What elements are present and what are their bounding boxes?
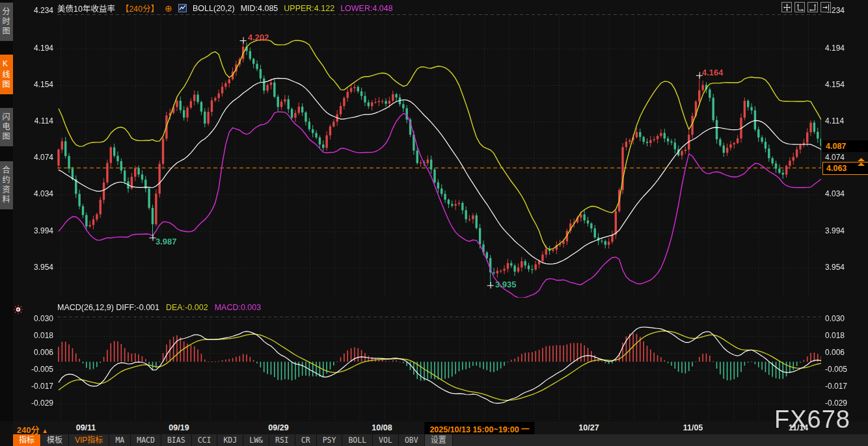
x-axis-date-label: 10/27 <box>578 423 599 432</box>
footer-item-15[interactable]: 设置 <box>425 434 453 446</box>
pan-icon[interactable] <box>781 2 792 12</box>
period-tag: 【240分】 <box>121 2 159 14</box>
collapse-right-icon[interactable] <box>821 2 831 12</box>
axis-scale-right-icon[interactable] <box>807 2 818 12</box>
footer-item-3[interactable]: MA <box>109 434 131 446</box>
footer-item-13[interactable]: VOL <box>373 434 399 446</box>
boll-lower-value: LOWER:4.048 <box>340 4 393 13</box>
price-axis-tick-right: 4.234 <box>825 6 865 15</box>
footer-item-0[interactable]: 指标 <box>13 434 41 446</box>
price-axis-tick-left: 3.954 <box>17 263 53 272</box>
watermark: FX678 <box>774 406 850 434</box>
alert-arrows-icon[interactable] <box>858 157 865 169</box>
chart-type-sidebar: 分时图 K线图 闪电图 合约资料 <box>0 0 13 421</box>
x-axis-date-label: 09/29 <box>268 423 288 432</box>
indicator-toolbar: 指标模板VIP指标MAMACDBIASCCIKDJLW&RSICRPSYBOLL… <box>13 434 868 446</box>
price-axis-tick-right: 3.954 <box>825 263 865 272</box>
sidebar-tab-flash-chart[interactable]: 闪电图 <box>0 108 13 146</box>
footer-item-9[interactable]: RSI <box>269 434 295 446</box>
footer-item-12[interactable]: BOLL <box>342 434 373 446</box>
footer-item-1[interactable]: 模板 <box>41 434 69 446</box>
footer-item-8[interactable]: LW& <box>243 434 269 446</box>
macd-axis-tick-left: -0.029 <box>17 399 53 408</box>
x-axis-date-label: 10/08 <box>372 423 392 432</box>
indicator-alarm-icon[interactable] <box>14 305 23 317</box>
x-axis-date-label: 11/05 <box>683 423 703 432</box>
macd-axis-tick-left: 0.018 <box>17 331 53 340</box>
trading-app-window: 分时图 K线图 闪电图 合约资料 美债10年收益率 【240分】 ⊕ BOLL(… <box>0 0 868 446</box>
chart-tool-icons <box>781 2 831 12</box>
low-marker-label: 3.935 <box>495 280 517 289</box>
price-axis-tick-right: 4.114 <box>825 116 865 125</box>
high-marker-label: 4.164 <box>702 68 724 77</box>
macd-axis-tick-left: -0.005 <box>17 365 53 374</box>
crosshair-datetime-box: 2025/10/13 15:00~19:00 一 <box>424 422 534 436</box>
macd-axis-tick-right: 0.030 <box>825 314 865 323</box>
footer-item-4[interactable]: MACD <box>131 434 161 446</box>
price-axis-tick-left: 4.074 <box>17 153 53 162</box>
footer-item-10[interactable]: CR <box>295 434 317 446</box>
boll-mid-value: MID:4.085 <box>241 4 278 13</box>
boll-upper-value: UPPER:4.122 <box>284 4 334 13</box>
price-axis-tick-left: 3.994 <box>17 226 53 235</box>
axis-scale-left-icon[interactable] <box>794 2 805 12</box>
macd-axis-tick-right: 0.018 <box>825 331 865 340</box>
boll-chart-icon <box>178 4 187 12</box>
chart-header-legend: 美债10年收益率 【240分】 ⊕ BOLL(20,2) MID:4.085 U… <box>57 2 393 14</box>
current-price-box: 4.087 <box>822 140 868 152</box>
macd-value: MACD:0.003 <box>215 303 262 312</box>
kline-macd-chart-canvas[interactable] <box>0 0 868 446</box>
price-axis-tick-left: 4.114 <box>17 116 53 125</box>
sidebar-tab-contract-info[interactable]: 合约资料 <box>0 161 13 209</box>
price-axis-tick-left: 4.234 <box>17 6 53 15</box>
footer-item-14[interactable]: OBV <box>399 434 425 446</box>
instrument-name: 美债10年收益率 <box>57 2 115 14</box>
x-axis-date-label: 11/14 <box>789 423 809 432</box>
sidebar-tab-time-chart[interactable]: 分时图 <box>0 3 13 41</box>
high-marker-label: 4.202 <box>248 33 269 42</box>
footer-item-11[interactable]: PSY <box>317 434 343 446</box>
macd-axis-tick-right: -0.005 <box>825 365 865 374</box>
price-axis-tick-left: 4.194 <box>17 44 53 53</box>
macd-axis-tick-left: 0.006 <box>17 348 53 357</box>
x-axis-date-label: 09/11 <box>76 423 96 432</box>
price-axis-tick-right: 4.034 <box>825 189 865 198</box>
macd-dea-value: DEA:-0.002 <box>166 303 208 312</box>
price-axis-tick-right: 4.154 <box>825 80 865 89</box>
footer-item-6[interactable]: CCI <box>192 434 218 446</box>
sidebar-tab-kline-chart[interactable]: K线图 <box>0 55 13 94</box>
x-axis-date-label: 09/19 <box>169 423 189 432</box>
macd-axis-tick-right: -0.017 <box>825 382 865 391</box>
footer-item-2[interactable]: VIP指标 <box>69 434 109 446</box>
boll-params-label: BOLL(20,2) <box>193 4 235 13</box>
low-marker-label: 3.987 <box>156 237 177 246</box>
price-axis-tick-right: 4.194 <box>825 44 865 53</box>
footer-item-7[interactable]: KDJ <box>217 434 243 446</box>
macd-axis-tick-left: -0.017 <box>17 382 53 391</box>
add-indicator-icon[interactable]: ⊕ <box>165 3 172 14</box>
macd-params-diff-value: MACD(26,12,9) DIFF:-0.001 <box>57 303 159 312</box>
macd-axis-tick-right: 0.006 <box>825 348 865 357</box>
period-selector-arrow-icon: ▲ <box>42 427 48 434</box>
period-selector-label: 240分 <box>17 425 40 435</box>
price-axis-tick-right: 3.994 <box>825 226 865 235</box>
footer-item-5[interactable]: BIAS <box>161 434 192 446</box>
macd-legend: MACD(26,12,9) DIFF:-0.001 DEA:-0.002 MAC… <box>57 303 261 312</box>
price-axis-tick-left: 4.034 <box>17 189 53 198</box>
price-axis-tick-left: 4.154 <box>17 80 53 89</box>
